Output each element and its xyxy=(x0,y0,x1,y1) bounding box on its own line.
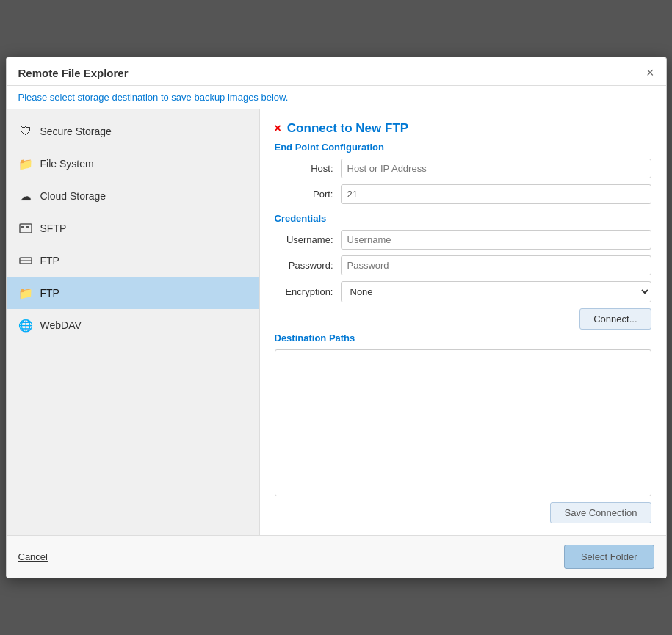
sidebar-item-label: SFTP xyxy=(40,222,67,234)
sidebar-item-label: Secure Storage xyxy=(40,126,112,137)
select-folder-button[interactable]: Select Folder xyxy=(564,545,654,569)
sidebar-item-label: File System xyxy=(40,158,94,170)
sidebar-item-label: FTP xyxy=(40,287,59,299)
username-group: Username: xyxy=(275,230,651,250)
sidebar-item-secure-storage[interactable]: 🛡 Secure Storage xyxy=(7,115,259,148)
main-panel: × Connect to New FTP End Point Configura… xyxy=(260,109,666,535)
host-label: Host: xyxy=(275,163,341,174)
password-group: Password: xyxy=(275,255,651,275)
sidebar-item-webdav[interactable]: 🌐 WebDAV xyxy=(7,309,259,341)
port-input[interactable] xyxy=(341,184,651,204)
dialog-title: Remote File Explorer xyxy=(18,67,129,79)
globe-icon: 🌐 xyxy=(18,318,33,333)
svg-rect-2 xyxy=(26,226,29,228)
sidebar-item-label: Cloud Storage xyxy=(40,190,106,202)
endpoint-section: End Point Configuration Host: Port: xyxy=(275,139,651,210)
sidebar-item-label: WebDAV xyxy=(40,319,82,331)
cloud-icon: ☁ xyxy=(18,189,33,203)
sidebar-item-cloud-storage[interactable]: ☁ Cloud Storage xyxy=(7,180,259,212)
svg-rect-1 xyxy=(21,226,24,228)
destination-section: Destination Paths Save Connection xyxy=(275,330,651,523)
encryption-select[interactable]: None SSL TLS xyxy=(341,281,651,302)
dialog-subtitle: Please select storage destination to sav… xyxy=(7,86,666,109)
sidebar-item-sftp[interactable]: SFTP xyxy=(7,212,259,244)
username-label: Username: xyxy=(275,234,341,245)
host-group: Host: xyxy=(275,159,651,178)
destination-paths-label: Destination Paths xyxy=(275,333,651,344)
dialog-footer: Cancel Select Folder xyxy=(7,535,666,578)
sidebar-item-file-system[interactable]: 📁 File System xyxy=(7,148,259,180)
sidebar-item-ftp-child[interactable]: 📁 FTP xyxy=(7,277,259,309)
connect-button[interactable]: Connect... xyxy=(579,308,651,330)
password-label: Password: xyxy=(275,260,341,271)
sidebar: 🛡 Secure Storage 📁 File System ☁ Cloud S… xyxy=(7,109,260,535)
encryption-label: Encryption: xyxy=(275,286,341,297)
cancel-button[interactable]: Cancel xyxy=(18,551,48,562)
folder-ftp-icon: 📁 xyxy=(18,286,33,300)
encryption-group: Encryption: None SSL TLS xyxy=(275,281,651,302)
endpoint-label: End Point Configuration xyxy=(275,142,651,153)
sftp-icon xyxy=(18,221,33,236)
credentials-section: Credentials Username: Password: Encrypti… xyxy=(275,210,651,330)
credentials-label: Credentials xyxy=(275,213,651,224)
username-input[interactable] xyxy=(341,230,651,250)
x-icon: × xyxy=(275,122,281,135)
ftp-icon xyxy=(18,253,33,268)
connect-title: Connect to New FTP xyxy=(287,121,408,136)
shield-icon: 🛡 xyxy=(18,124,33,139)
sidebar-item-ftp[interactable]: FTP xyxy=(7,244,259,277)
host-input[interactable] xyxy=(341,159,651,178)
folder-icon: 📁 xyxy=(18,156,33,171)
save-connection-button[interactable]: Save Connection xyxy=(550,502,651,523)
port-group: Port: xyxy=(275,184,651,204)
destination-paths-area xyxy=(275,349,651,496)
port-label: Port: xyxy=(275,189,341,200)
connect-header: × Connect to New FTP xyxy=(275,121,651,136)
password-input[interactable] xyxy=(341,255,651,275)
close-button[interactable]: × xyxy=(646,66,654,79)
sidebar-item-label: FTP xyxy=(40,255,59,266)
